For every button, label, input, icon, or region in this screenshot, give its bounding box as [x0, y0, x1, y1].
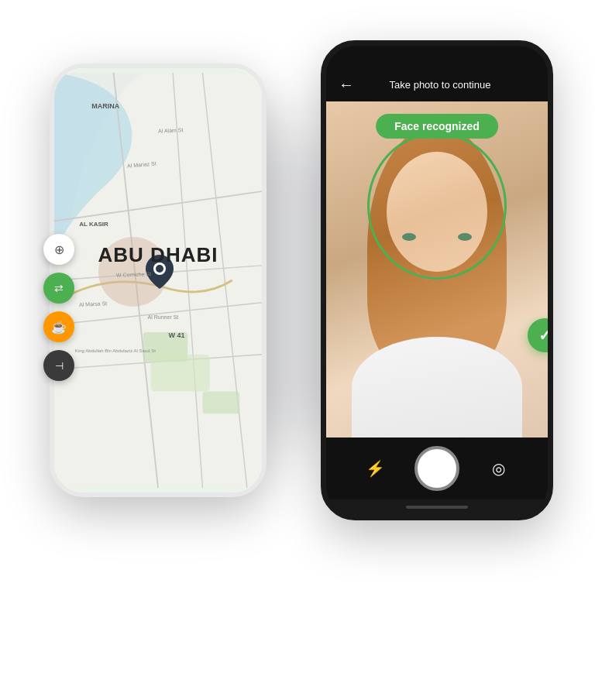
map-label-main: ABU DHABI: [98, 243, 218, 267]
sidebar-buttons: ⊕ ⇄ ☕ ⊣: [43, 234, 74, 381]
road-label-2: Al Alam St: [158, 127, 184, 134]
back-button-sidebar[interactable]: ⊣: [43, 350, 74, 381]
home-indicator: [406, 506, 468, 509]
coffee-icon: ☕: [51, 320, 67, 335]
flip-icon: ◎: [492, 459, 505, 478]
status-bar: [326, 46, 548, 67]
back-sidebar-icon: ⊣: [55, 360, 64, 372]
location-label-w41: W 41: [168, 331, 184, 339]
phone-camera: ← Take photo to continue: [321, 40, 553, 520]
back-button[interactable]: ←: [339, 76, 354, 94]
road-label-runner: Al Runner St: [148, 314, 179, 320]
map-label-marina: MARINA: [91, 102, 119, 110]
top-bar-title: Take photo to continue: [363, 79, 517, 91]
top-bar: ← Take photo to continue: [326, 67, 548, 101]
phone-map: Al Mariaz St Al Alam St Al Marsa St King…: [50, 63, 267, 497]
home-bar: [326, 499, 548, 515]
flip-camera-button[interactable]: ◎: [487, 456, 511, 481]
scene: Al Mariaz St Al Alam St Al Marsa St King…: [26, 17, 569, 683]
flash-icon: ⚡: [366, 459, 385, 478]
coffee-button[interactable]: ☕: [43, 311, 74, 342]
compass-icon: ⊕: [54, 242, 64, 257]
check-icon: ✓: [538, 326, 549, 345]
camera-controls: ⚡ ◎: [326, 438, 548, 499]
camera-view: Face recognized ✓: [326, 101, 548, 438]
svg-rect-10: [150, 355, 210, 392]
road-label-4: King Abdullah Bin Abdulaziz Al Saud St: [75, 348, 156, 353]
notch: [414, 46, 460, 53]
svg-rect-9: [202, 392, 239, 414]
swap-button[interactable]: ⇄: [43, 273, 74, 304]
face-recognition-circle: [367, 132, 507, 280]
swap-icon: ⇄: [54, 282, 64, 294]
map-label-kasir: AL KASIR: [79, 221, 108, 228]
face-recognized-badge: Face recognized: [376, 114, 498, 139]
person-body: [352, 337, 522, 438]
compass-button[interactable]: ⊕: [43, 234, 74, 265]
shutter-button[interactable]: [414, 446, 459, 491]
flash-button[interactable]: ⚡: [363, 456, 387, 481]
